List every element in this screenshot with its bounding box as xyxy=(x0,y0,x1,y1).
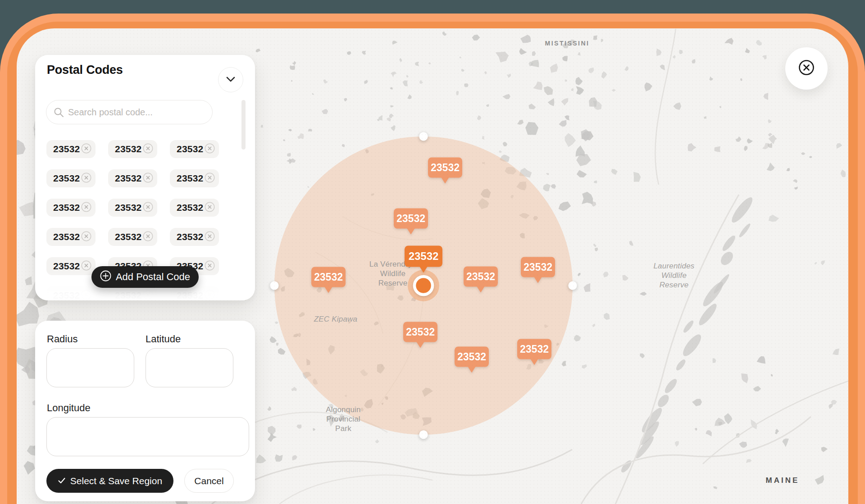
map-label-laurentides: LaurentidesWildlifeReserve xyxy=(653,262,694,289)
remove-chip-icon[interactable] xyxy=(205,260,215,272)
pin-postal-code: 23532 xyxy=(314,271,343,283)
remove-chip-icon[interactable] xyxy=(81,143,91,155)
remove-chip-icon[interactable] xyxy=(205,143,215,155)
chip-value: 23532 xyxy=(115,290,141,300)
pin-postal-code: 23532 xyxy=(457,351,486,363)
remove-chip-icon[interactable] xyxy=(143,202,153,214)
pin-postal-code: 23532 xyxy=(396,213,425,224)
postal-code-chip[interactable]: 23532 xyxy=(108,169,157,187)
remove-chip-icon[interactable] xyxy=(81,290,91,301)
postal-code-chip[interactable]: 23532 xyxy=(108,140,157,158)
postal-code-chip[interactable]: 23532 xyxy=(46,286,96,300)
chip-value: 23532 xyxy=(53,173,80,184)
select-save-region-button[interactable]: Select & Save Region xyxy=(46,469,173,493)
close-icon xyxy=(797,59,815,78)
remove-chip-icon[interactable] xyxy=(81,231,91,243)
radius-field[interactable] xyxy=(46,348,134,387)
resize-handle-w[interactable] xyxy=(270,282,279,290)
postal-code-chip[interactable]: 23532 xyxy=(46,199,96,217)
postal-code-chip[interactable]: 23532 xyxy=(108,286,157,300)
chip-value: 23532 xyxy=(177,202,203,213)
chip-value: 23532 xyxy=(53,232,80,242)
chip-value: 23532 xyxy=(53,261,80,272)
cancel-label: Cancel xyxy=(194,476,223,486)
remove-chip-icon[interactable] xyxy=(143,143,153,155)
add-postal-code-label: Add Postal Code xyxy=(116,271,190,283)
longitude-label: Longitude xyxy=(47,402,91,414)
chip-value: 23532 xyxy=(177,173,203,184)
chip-value: 23532 xyxy=(53,144,80,154)
search-icon xyxy=(54,107,64,119)
postal-code-chip[interactable]: 23532 xyxy=(170,199,219,217)
postal-code-chip[interactable]: 23532 xyxy=(170,228,219,246)
collapse-panel-button[interactable] xyxy=(218,67,243,92)
postal-code-chip[interactable]: 23532 xyxy=(170,140,219,158)
latitude-label: Latitude xyxy=(146,333,181,345)
map-label-algonquin: AlgonquinProvincialPark xyxy=(326,405,360,433)
search-input[interactable] xyxy=(46,100,213,124)
pin-postal-code: 23532 xyxy=(466,271,495,282)
radius-label: Radius xyxy=(47,333,77,345)
remove-chip-icon[interactable] xyxy=(143,173,153,185)
chip-value: 23532 xyxy=(115,173,141,184)
map-label-zec-kipawa: ZEC Kipawa xyxy=(314,315,357,323)
chip-value: 23532 xyxy=(115,232,141,242)
resize-handle-e[interactable] xyxy=(569,282,577,290)
remove-chip-icon[interactable] xyxy=(205,231,215,243)
remove-chip-icon[interactable] xyxy=(205,173,215,185)
pin-postal-code: 23532 xyxy=(409,250,439,262)
chip-value: 23532 xyxy=(177,290,203,300)
postal-code-chip[interactable]: 23532 xyxy=(170,169,219,187)
chevron-down-icon xyxy=(226,76,236,84)
map-label-maine: MAINE xyxy=(766,476,800,485)
close-overlay-button[interactable] xyxy=(785,47,828,90)
remove-chip-icon[interactable] xyxy=(143,231,153,243)
panel-title: Postal Codes xyxy=(47,63,123,77)
remove-chip-icon[interactable] xyxy=(143,290,153,301)
postal-code-chip[interactable]: 23532 xyxy=(46,228,96,246)
pin-postal-code: 23532 xyxy=(524,261,552,273)
remove-chip-icon[interactable] xyxy=(81,202,91,214)
latitude-field[interactable] xyxy=(146,348,233,387)
chip-value: 23532 xyxy=(115,144,141,154)
check-icon xyxy=(58,476,66,486)
cancel-button[interactable]: Cancel xyxy=(184,469,234,493)
chip-value: 23532 xyxy=(177,144,203,154)
chip-value: 23532 xyxy=(53,202,80,213)
pin-postal-code: 23532 xyxy=(406,326,435,338)
postal-code-chip[interactable]: 23532 xyxy=(46,140,96,158)
remove-chip-icon[interactable] xyxy=(81,260,91,272)
postal-code-chip[interactable]: 23532 xyxy=(46,169,96,187)
region-settings-panel: Radius Latitude Longitude Select & Save … xyxy=(35,321,255,501)
remove-chip-icon[interactable] xyxy=(205,202,215,214)
chip-value: 23532 xyxy=(115,202,141,213)
chip-value: 23532 xyxy=(53,290,80,300)
chips-scrollbar[interactable] xyxy=(241,100,246,150)
pin-postal-code: 23532 xyxy=(520,343,549,355)
remove-chip-icon[interactable] xyxy=(81,173,91,185)
select-save-region-label: Select & Save Region xyxy=(70,476,162,486)
resize-handle-s[interactable] xyxy=(419,431,428,439)
postal-code-chip[interactable]: 23532 xyxy=(108,228,157,246)
pin-postal-code: 23532 xyxy=(431,162,460,173)
plus-circle-icon xyxy=(100,270,111,284)
chip-value: 23532 xyxy=(177,232,203,242)
postal-code-chip[interactable]: 23532 xyxy=(108,199,157,217)
selection-center-marker[interactable] xyxy=(408,270,439,301)
map-label-mistissini: MISTISSINI xyxy=(545,40,590,47)
add-postal-code-button[interactable]: Add Postal Code xyxy=(91,266,199,288)
postal-code-chip[interactable]: 23532 xyxy=(170,286,219,300)
postal-code-chip[interactable]: 23532 xyxy=(46,257,96,275)
postal-codes-panel: Postal Codes 235322353223532235322353223… xyxy=(35,55,255,300)
resize-handle-n[interactable] xyxy=(419,132,428,141)
remove-chip-icon[interactable] xyxy=(205,290,215,301)
region-center-dot[interactable] xyxy=(414,277,432,295)
longitude-field[interactable] xyxy=(46,417,249,456)
